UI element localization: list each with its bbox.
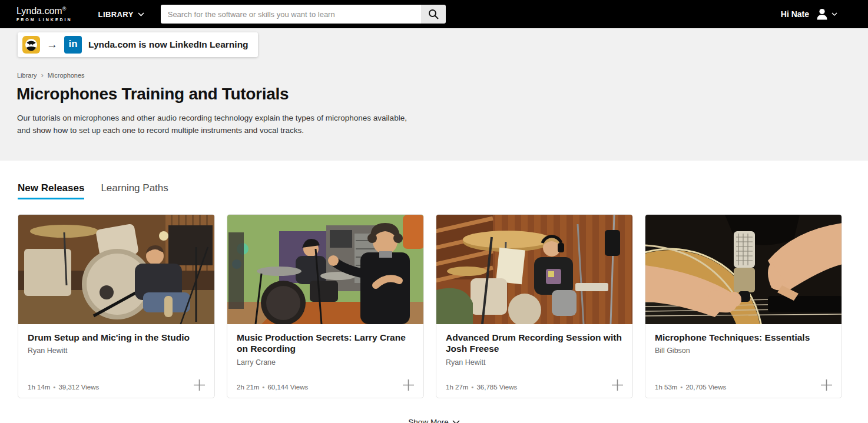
course-card-body: Drum Setup and Mic'ing in the Studio Rya…	[18, 324, 214, 398]
plus-icon	[612, 379, 623, 391]
add-to-playlist-button[interactable]	[403, 379, 414, 391]
course-author: Ryan Hewitt	[28, 347, 205, 355]
arrow-right-icon: →	[47, 38, 58, 51]
thumbnail-drum-setup-studio[interactable]	[18, 215, 215, 324]
library-menu[interactable]: LIBRARY	[98, 10, 144, 19]
course-card: Drum Setup and Mic'ing in the Studio Rya…	[18, 214, 215, 398]
breadcrumb-library[interactable]: Library	[17, 72, 37, 79]
course-duration: 1h 53m	[655, 384, 677, 391]
course-author: Larry Crane	[237, 358, 414, 367]
course-views: 36,785 Views	[476, 384, 517, 391]
library-label: LIBRARY	[98, 10, 134, 19]
tab-learning-paths[interactable]: Learning Paths	[101, 182, 168, 199]
meta-separator: •	[262, 384, 264, 391]
lynda-logo[interactable]: Lynda.com® FROM LINKEDIN	[16, 6, 79, 21]
add-to-playlist-button[interactable]	[194, 379, 205, 391]
search-bar	[161, 5, 446, 24]
course-author: Ryan Hewitt	[446, 358, 623, 367]
thumbnail-advanced-drum-recording[interactable]	[436, 215, 633, 324]
linkedin-learning-banner[interactable]: → in Lynda.com is now LinkedIn Learning	[18, 32, 258, 57]
breadcrumb-separator: ›	[41, 71, 44, 79]
tab-bar: New Releases Learning Paths	[18, 182, 868, 199]
top-nav: Lynda.com® FROM LINKEDIN LIBRARY Hi Nate	[0, 0, 868, 28]
show-more-row: Show More	[0, 418, 868, 423]
tab-new-releases[interactable]: New Releases	[18, 182, 84, 199]
account-menu[interactable]	[815, 7, 837, 21]
course-meta: 2h 21m • 60,144 Views	[237, 384, 308, 391]
page-title: Microphones Training and Tutorials	[16, 85, 868, 104]
chevron-down-icon	[831, 12, 837, 16]
course-card: Music Production Secrets: Larry Crane on…	[227, 214, 424, 398]
breadcrumb: Library › Microphones	[17, 71, 868, 79]
course-card-body: Music Production Secrets: Larry Crane on…	[227, 324, 423, 398]
course-views: 60,144 Views	[267, 384, 308, 391]
chevron-down-icon	[138, 12, 144, 16]
course-card-body: Microphone Techniques: Essentials Bill G…	[645, 324, 842, 398]
course-card-grid: Drum Setup and Mic'ing in the Studio Rya…	[18, 214, 850, 398]
meta-separator: •	[471, 384, 473, 391]
course-meta: 1h 53m • 20,705 Views	[655, 384, 726, 391]
course-title[interactable]: Music Production Secrets: Larry Crane on…	[237, 332, 414, 355]
search-icon	[428, 8, 439, 20]
show-more-button[interactable]: Show More	[408, 418, 459, 423]
search-input[interactable]	[161, 5, 421, 24]
logo-tagline: FROM LINKEDIN	[16, 18, 79, 22]
breadcrumb-microphones[interactable]: Microphones	[48, 72, 85, 79]
banner-text: Lynda.com is now LinkedIn Learning	[88, 39, 249, 50]
course-views: 20,705 Views	[685, 384, 726, 391]
course-title[interactable]: Microphone Techniques: Essentials	[655, 332, 832, 343]
lynda-badge-icon	[22, 36, 40, 54]
course-title[interactable]: Advanced Drum Recording Session with Jos…	[446, 332, 623, 355]
user-greeting: Hi Nate	[781, 9, 809, 19]
plus-icon	[821, 379, 832, 391]
course-card: Advanced Drum Recording Session with Jos…	[436, 214, 633, 398]
add-to-playlist-button[interactable]	[821, 379, 832, 391]
page-description: Our tutorials on microphones and other a…	[17, 112, 413, 136]
logo-brand: Lynda.com	[16, 6, 62, 16]
plus-icon	[194, 379, 205, 391]
course-card-body: Advanced Drum Recording Session with Jos…	[436, 324, 632, 398]
course-duration: 2h 21m	[237, 384, 259, 391]
course-duration: 1h 27m	[446, 384, 468, 391]
nav-right: Hi Nate	[781, 7, 868, 21]
search-button[interactable]	[421, 5, 446, 24]
plus-icon	[403, 379, 414, 391]
course-duration: 1h 14m	[28, 384, 50, 391]
add-to-playlist-button[interactable]	[612, 379, 623, 391]
thumbnail-music-production-secrets[interactable]	[227, 215, 424, 324]
course-title[interactable]: Drum Setup and Mic'ing in the Studio	[28, 332, 205, 343]
course-author: Bill Gibson	[655, 347, 832, 355]
linkedin-badge-icon: in	[64, 36, 82, 54]
thumbnail-microphone-techniques[interactable]	[645, 215, 842, 324]
meta-separator: •	[680, 384, 683, 391]
hero-section: → in Lynda.com is now LinkedIn Learning …	[0, 28, 868, 161]
user-avatar-icon	[815, 7, 829, 21]
course-card: Microphone Techniques: Essentials Bill G…	[645, 214, 842, 398]
chevron-down-icon	[452, 420, 460, 423]
course-views: 39,312 Views	[58, 384, 99, 391]
course-meta: 1h 14m • 39,312 Views	[28, 384, 99, 391]
show-more-label: Show More	[408, 418, 448, 423]
course-meta: 1h 27m • 36,785 Views	[446, 384, 517, 391]
registered-mark: ®	[62, 6, 67, 12]
meta-separator: •	[53, 384, 55, 391]
main-content: New Releases Learning Paths	[0, 161, 868, 423]
